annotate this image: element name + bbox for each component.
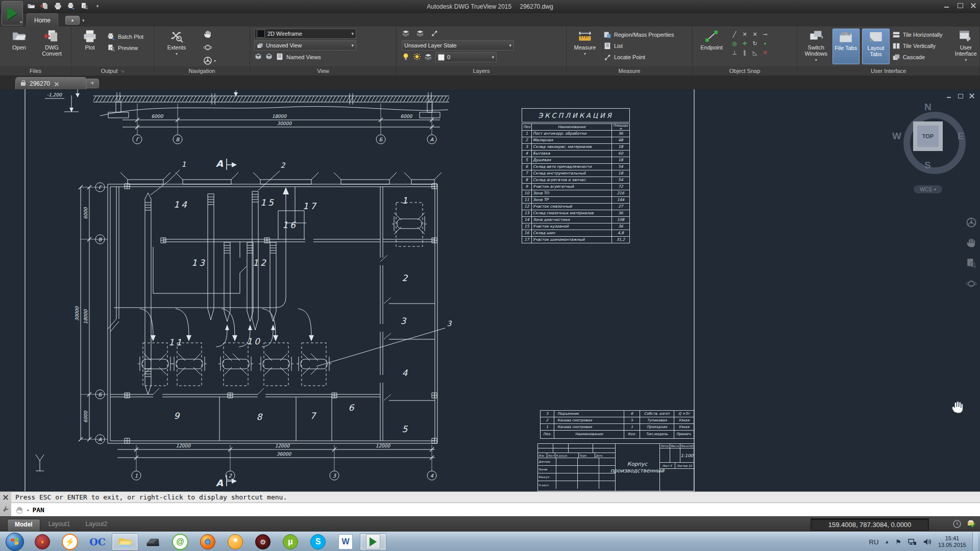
taskbar-item-download-manager[interactable]: ⚡ bbox=[57, 533, 83, 550]
named-views-label[interactable]: Named Views bbox=[286, 54, 321, 60]
list-button[interactable]: List bbox=[603, 41, 674, 51]
measure-button[interactable]: Measure ▾ bbox=[571, 29, 599, 57]
clock[interactable]: 15:41 13.05.2015 bbox=[938, 535, 966, 548]
taskbar-item-firefox[interactable] bbox=[194, 533, 221, 550]
group-label-user-interface[interactable]: User Interface bbox=[797, 66, 980, 76]
taskbar-item-skype[interactable]: S bbox=[305, 533, 331, 550]
compass-west[interactable]: W bbox=[892, 131, 901, 142]
doc-close-button[interactable] bbox=[969, 93, 975, 98]
group-label-view[interactable]: View bbox=[250, 66, 397, 76]
taskbar-item-app-red[interactable]: ♦ bbox=[29, 533, 56, 550]
wcs-menu[interactable]: WCS▾ bbox=[914, 185, 942, 193]
layer-state-combo[interactable]: Unsaved Layer State ▾ bbox=[402, 40, 514, 51]
compass-south[interactable]: S bbox=[924, 160, 931, 171]
intersection-snap-icon[interactable]: ✕ bbox=[740, 30, 750, 39]
quadrant-snap-icon[interactable]: ✛ bbox=[740, 39, 750, 48]
parallel-snap-icon[interactable]: ∥ bbox=[740, 48, 750, 57]
clock-icon[interactable] bbox=[952, 519, 962, 529]
taskbar-item-dwg-trueview[interactable] bbox=[360, 533, 386, 550]
compass-north[interactable]: N bbox=[924, 102, 932, 113]
ribbon-collapse-control[interactable]: ▲ ▾ bbox=[65, 16, 85, 24]
close-icon[interactable] bbox=[3, 495, 8, 500]
layer-freeze-icon[interactable] bbox=[416, 29, 424, 38]
orbit-icon[interactable] bbox=[966, 278, 977, 291]
group-label-files[interactable]: Files bbox=[0, 66, 71, 76]
user-interface-button[interactable]: User Interface ▾ bbox=[952, 29, 980, 63]
taskbar-item-word[interactable]: W bbox=[332, 533, 359, 550]
taskbar-item-oc-app[interactable]: OC bbox=[84, 533, 111, 550]
dwg-convert-button[interactable]: DWG Convert bbox=[38, 29, 66, 57]
close-button[interactable] bbox=[970, 3, 977, 9]
group-label-measure[interactable]: Measure bbox=[567, 66, 693, 76]
viewcube[interactable]: N S W E TOP WCS▾ bbox=[896, 105, 973, 202]
preview-button[interactable]: Preview bbox=[107, 43, 143, 53]
language-indicator[interactable]: RU bbox=[869, 538, 879, 546]
doc-restore-button[interactable] bbox=[958, 93, 964, 98]
taskbar-item-orange-app[interactable] bbox=[222, 533, 249, 550]
layer-isolate-icon[interactable] bbox=[430, 29, 438, 38]
tab-model[interactable]: Model bbox=[7, 519, 40, 531]
plot-button[interactable]: Plot bbox=[76, 29, 104, 51]
taskbar-item-explorer[interactable] bbox=[112, 533, 138, 550]
command-input[interactable]: ▾ PAN bbox=[11, 503, 980, 517]
region-mass-button[interactable]: Region/Mass Properties bbox=[603, 30, 674, 40]
open-button[interactable]: Open bbox=[5, 29, 34, 51]
tab-home[interactable]: Home bbox=[27, 13, 58, 27]
file-tabs-button[interactable]: File Tabs bbox=[832, 29, 860, 64]
batch-plot-button[interactable]: Batch Plot bbox=[107, 32, 143, 42]
tab-layout1[interactable]: Layout1 bbox=[41, 519, 78, 531]
file-tab-296270[interactable]: 296270 bbox=[15, 77, 87, 90]
taskbar-item-utorrent[interactable]: µ bbox=[277, 533, 304, 550]
layer-on-icon[interactable] bbox=[402, 53, 410, 62]
group-label-object-snap[interactable]: Object Snap bbox=[693, 66, 797, 76]
network-icon[interactable] bbox=[908, 538, 917, 546]
extents-button[interactable]: Extents ▾ bbox=[162, 29, 191, 57]
taskbar-item-scanner[interactable] bbox=[139, 533, 166, 550]
current-layer-combo[interactable]: 0 ▾ bbox=[435, 52, 497, 62]
new-tab-button[interactable]: + bbox=[86, 79, 99, 88]
taskbar-item-mailru-agent[interactable]: @ bbox=[167, 533, 193, 550]
pan-icon[interactable] bbox=[203, 30, 216, 41]
layer-properties-icon[interactable] bbox=[402, 29, 410, 38]
steering-wheel-icon[interactable]: ▾ bbox=[203, 56, 216, 65]
zoom-icon[interactable] bbox=[966, 258, 977, 271]
drawing-area[interactable]: 6000 18000 6000 30000 -1,200 Г В Б А Г В… bbox=[0, 89, 980, 491]
wrench-icon[interactable] bbox=[2, 505, 10, 513]
endpoint-snap-button[interactable]: Endpoint bbox=[696, 29, 727, 51]
named-views-icon[interactable] bbox=[276, 53, 284, 62]
snap-none-icon[interactable]: ✕ bbox=[760, 48, 770, 57]
action-center-flag-icon[interactable]: ⚑ bbox=[895, 538, 901, 546]
tray-expand-icon[interactable]: ▲ bbox=[885, 539, 889, 544]
maximize-button[interactable] bbox=[957, 3, 964, 9]
nearest-snap-icon[interactable]: ◺ bbox=[750, 48, 760, 57]
extension-snap-icon[interactable]: ⊸ bbox=[760, 30, 770, 39]
center-snap-icon[interactable]: ◎ bbox=[729, 39, 740, 48]
apparent-intersection-snap-icon[interactable]: ✕ bbox=[750, 30, 760, 39]
application-menu-button[interactable]: ▾ bbox=[2, 1, 23, 26]
view-state-combo[interactable]: Unsaved View ▾ bbox=[254, 40, 356, 51]
group-label-output[interactable]: Output↘ bbox=[71, 66, 154, 76]
dialog-launcher-icon[interactable]: ↘ bbox=[121, 69, 125, 73]
viewcube-top-face[interactable]: TOP bbox=[913, 121, 943, 151]
plot-status-icon[interactable] bbox=[967, 519, 976, 529]
visual-style-combo[interactable]: 2D Wireframe ▾ bbox=[254, 29, 356, 39]
node-snap-icon[interactable]: • bbox=[760, 39, 770, 48]
locate-point-button[interactable]: Locate Point bbox=[603, 52, 674, 62]
doc-minimize-button[interactable] bbox=[946, 93, 952, 98]
switch-windows-button[interactable]: Switch Windows ▾ bbox=[802, 29, 830, 63]
tangent-snap-icon[interactable]: ↻ bbox=[750, 39, 760, 48]
volume-icon[interactable] bbox=[923, 538, 932, 546]
group-label-navigation[interactable]: Navigation bbox=[154, 66, 250, 76]
steering-wheel-icon[interactable] bbox=[966, 217, 977, 230]
start-button[interactable] bbox=[2, 533, 28, 550]
perpendicular-snap-icon[interactable]: ⊥ bbox=[729, 48, 740, 57]
compass-east[interactable]: E bbox=[958, 131, 964, 142]
tab-layout2[interactable]: Layout2 bbox=[78, 519, 114, 531]
orbit-icon[interactable] bbox=[203, 43, 216, 54]
layer-lock-icon[interactable] bbox=[424, 53, 432, 62]
layer-thaw-icon[interactable] bbox=[413, 53, 421, 62]
pan-icon[interactable] bbox=[966, 237, 977, 251]
group-label-layers[interactable]: Layers bbox=[397, 66, 567, 76]
view-cube2-icon[interactable] bbox=[265, 53, 273, 62]
view-cube-icon[interactable] bbox=[254, 53, 262, 62]
